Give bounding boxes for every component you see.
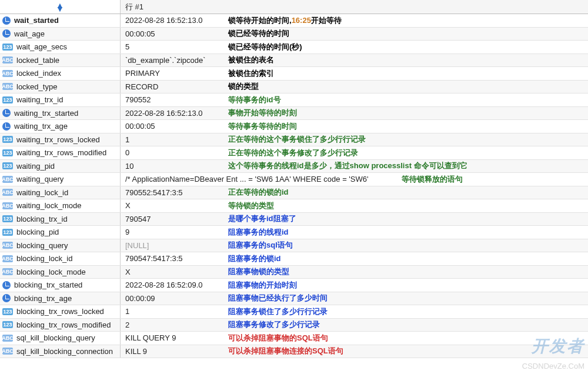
property-row[interactable]: ABCwaiting_lock_modeX等待锁的类型 [0,199,588,213]
property-value[interactable]: 790547 [121,213,223,226]
property-value[interactable]: X [121,266,223,279]
property-row[interactable]: ABCwaiting_query/* ApplicationName=DBeav… [0,173,588,186]
property-name-cell[interactable]: ABCsql_kill_blocking_query [0,332,121,345]
property-row[interactable]: ABClocked_table`db_example`.`zipcode`被锁住… [0,54,588,68]
property-desc-cell: 阻塞事物已经执行了多少时间 [223,292,588,305]
property-name-cell[interactable]: ABCwaiting_query [0,173,121,186]
property-name-cell[interactable]: wait_age [0,28,121,41]
property-value[interactable]: 790552:5417:3:5 [121,186,223,199]
property-row[interactable]: 123blocking_trx_rows_locked1阻塞事务锁住了多少行行记… [0,305,588,319]
property-desc-cell: 被锁住的表名 [223,54,588,67]
clock-icon [2,109,11,117]
property-name-cell[interactable]: 123wait_age_secs [0,41,121,54]
property-row[interactable]: ABCsql_kill_blocking_queryKILL QUERY 9可以… [0,332,588,345]
property-row[interactable]: wait_age00:00:05锁已经等待的时间 [0,28,588,41]
number-type-icon: 123 [2,162,13,169]
property-description: 阻塞事物的开始时刻 [228,280,297,290]
property-row[interactable]: 123waiting_trx_rows_modified0正在等待的这个事务修改… [0,146,588,160]
property-row[interactable]: waiting_trx_age00:00:05等待事务等待的时间 [0,120,588,133]
property-row[interactable]: waiting_trx_started2022-08-28 16:52:13.0… [0,107,588,121]
property-name-cell[interactable]: waiting_trx_started [0,107,121,120]
property-value[interactable]: KILL 9 [121,345,223,358]
property-value[interactable]: `db_example`.`zipcode` [121,54,223,67]
property-name-cell[interactable]: 123waiting_trx_rows_modified [0,146,121,159]
property-name-cell[interactable]: 123blocking_trx_id [0,213,121,226]
property-name: blocking_query [16,241,120,250]
property-name-cell[interactable]: 123blocking_trx_rows_locked [0,305,121,318]
property-row[interactable]: 123blocking_pid9阻塞事务的线程id [0,226,588,239]
property-name-cell[interactable]: ABCwaiting_lock_mode [0,199,121,212]
property-value[interactable]: 00:00:09 [121,292,223,305]
property-name-cell[interactable]: 123waiting_trx_rows_locked [0,133,121,146]
property-value[interactable]: X [121,199,223,212]
property-row[interactable]: ABCblocking_lock_id790547:5417:3:5阻塞事务的锁… [0,252,588,266]
property-value[interactable]: 2022-08-28 16:52:09.0 [121,279,223,292]
property-name-cell[interactable]: ABClocked_type [0,81,121,94]
property-description: 可以杀掉阻塞事物的SQL语句 [228,333,328,343]
property-desc-cell: 阻塞事务修改了多少行记录 [223,319,588,332]
property-row[interactable]: wait_started2022-08-28 16:52:13.0锁等待开始的时… [0,14,588,28]
number-type-icon: 123 [2,308,13,315]
property-name: sql_kill_blocking_query [16,333,120,342]
property-value[interactable]: 9 [121,226,223,239]
number-type-icon: 123 [2,229,13,236]
property-value[interactable]: /* ApplicationName=DBeaver Ent ... = 'SW… [121,173,397,186]
property-value[interactable]: 2022-08-28 16:52:13.0 [121,107,223,120]
property-desc-cell: 阻塞事物锁的类型 [223,266,588,279]
property-desc-cell: 锁等待开始的时间,16:25开始等待 [223,14,588,27]
property-row[interactable]: 123waiting_trx_id790552等待事务的id号 [0,94,588,107]
property-description: 阻塞事务的锁id [228,253,281,264]
row-hash-header[interactable]: 行 #1 [121,0,588,14]
text-type-icon: ABC [2,348,13,355]
property-name: blocking_trx_started [14,280,120,289]
property-value[interactable]: 10 [121,160,223,173]
property-value[interactable]: 2022-08-28 16:52:13.0 [121,14,223,27]
property-row[interactable]: ABClocked_indexPRIMARY被锁住的索引 [0,67,588,81]
property-row[interactable]: 123waiting_trx_rows_locked1正在等待的这个事务锁住了多… [0,133,588,147]
property-description: 是哪个事务id阻塞了 [228,213,296,224]
property-value[interactable]: 1 [121,133,223,146]
property-value[interactable]: PRIMARY [121,67,223,80]
property-value[interactable]: RECORD [121,81,223,94]
property-name-cell[interactable]: 123waiting_trx_id [0,94,121,106]
property-row[interactable]: blocking_trx_age00:00:09阻塞事物已经执行了多少时间 [0,292,588,306]
property-name-cell[interactable]: ABCsql_kill_blocking_connection [0,345,121,358]
property-value[interactable]: 5 [121,41,223,54]
property-value[interactable]: 790552 [121,94,223,106]
property-name-cell[interactable]: 123waiting_pid [0,160,121,173]
property-name-cell[interactable]: wait_started [0,14,121,27]
sort-column-header[interactable]: ▲▼ [0,0,121,14]
property-row[interactable]: 123waiting_pid10这个等待事务的线程id是多少，通过show pr… [0,160,588,173]
property-row[interactable]: ABCblocking_lock_modeX阻塞事物锁的类型 [0,266,588,279]
property-name-cell[interactable]: ABClocked_index [0,67,121,80]
property-value[interactable]: 0 [121,146,223,159]
property-name-cell[interactable]: ABCblocking_lock_mode [0,266,121,279]
property-row[interactable]: 123blocking_trx_id790547是哪个事务id阻塞了 [0,213,588,226]
property-row[interactable]: ABCblocking_query[NULL]阻塞事务的sql语句 [0,239,588,253]
property-row[interactable]: ABCsql_kill_blocking_connectionKILL 9可以杀… [0,345,588,359]
property-name-cell[interactable]: ABCwaiting_lock_id [0,186,121,199]
property-name-cell[interactable]: 123blocking_trx_rows_modified [0,319,121,332]
property-value[interactable]: 00:00:05 [121,28,223,41]
property-name-cell[interactable]: blocking_trx_age [0,292,121,305]
property-row[interactable]: ABClocked_typeRECORD锁的类型 [0,81,588,94]
property-row[interactable]: blocking_trx_started2022-08-28 16:52:09.… [0,279,588,292]
property-name-cell[interactable]: ABCblocking_query [0,239,121,252]
property-name: blocking_lock_mode [16,268,120,276]
property-value[interactable]: 2 [121,319,223,332]
property-value[interactable]: 790547:5417:3:5 [121,252,223,265]
property-name: blocking_trx_rows_modified [16,320,120,329]
property-value[interactable]: 00:00:05 [121,120,223,133]
property-name-cell[interactable]: blocking_trx_started [0,279,121,292]
property-value[interactable]: [NULL] [121,239,223,252]
text-type-icon: ABC [2,202,13,209]
property-name-cell[interactable]: ABClocked_table [0,54,121,67]
property-row[interactable]: ABCwaiting_lock_id790552:5417:3:5正在等待的锁的… [0,186,588,200]
property-name-cell[interactable]: waiting_trx_age [0,120,121,133]
property-row[interactable]: 123blocking_trx_rows_modified2阻塞事务修改了多少行… [0,319,588,332]
property-name-cell[interactable]: 123blocking_pid [0,226,121,239]
property-value[interactable]: KILL QUERY 9 [121,332,223,345]
property-row[interactable]: 123wait_age_secs5锁已经等待的时间(秒) [0,41,588,54]
property-name-cell[interactable]: ABCblocking_lock_id [0,252,121,265]
property-value[interactable]: 1 [121,305,223,318]
